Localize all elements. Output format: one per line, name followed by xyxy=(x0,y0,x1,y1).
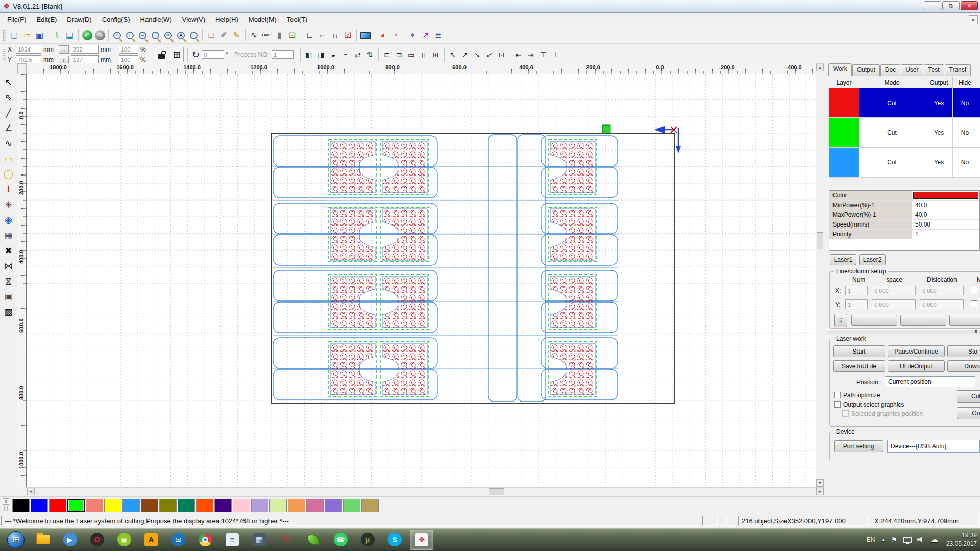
design-canvas[interactable] xyxy=(27,74,816,487)
menu-item-drawd[interactable]: Draw(D) xyxy=(62,14,96,26)
laser2-button[interactable]: Laser2 xyxy=(859,254,886,265)
zoom-window-icon[interactable] xyxy=(187,29,200,42)
menu-item-filef[interactable]: File(F) xyxy=(2,14,32,26)
output-list-tool-icon[interactable]: ≣ xyxy=(432,29,445,42)
equal-size-icon[interactable]: ⊞ xyxy=(430,48,442,61)
laser-pointer-tool-icon[interactable]: ↗ xyxy=(419,29,432,42)
cloud-app-icon[interactable]: ☁ xyxy=(930,534,939,545)
layer-output-cell[interactable]: Yes xyxy=(925,88,953,118)
volume-icon[interactable] xyxy=(917,536,924,543)
taskbar-whatsapp[interactable]: ☎ xyxy=(329,530,352,550)
horizontal-scrollbar[interactable]: ◄ ► xyxy=(27,487,824,496)
scroll-down-icon[interactable]: ▼ xyxy=(816,479,824,487)
curve-tool-icon[interactable]: ∿ xyxy=(248,29,260,42)
tray-chevron-icon[interactable]: ▲ xyxy=(880,537,885,542)
taskbar-leaf-app[interactable] xyxy=(302,530,325,550)
mirror-h-tool-icon[interactable]: ⋈ xyxy=(2,258,16,273)
laser1-button[interactable]: Laser1 xyxy=(830,254,856,265)
align-top-edge-icon[interactable]: ⊤ xyxy=(537,48,549,61)
action-center-flag-icon[interactable]: ⚑ xyxy=(891,536,897,544)
palette-close-icon[interactable]: x xyxy=(3,498,9,505)
param-value[interactable]: 40.0 xyxy=(912,201,979,210)
same-width-icon[interactable]: ⊏ xyxy=(381,48,393,61)
param-value[interactable]: 40.0 xyxy=(912,210,979,219)
scale-y-input[interactable] xyxy=(119,55,138,64)
offset-tool-icon[interactable]: ▣ xyxy=(2,289,16,304)
layer-color-cell[interactable] xyxy=(829,147,859,177)
x-mirror-checkbox[interactable] xyxy=(971,287,977,293)
layer-extra-cell[interactable] xyxy=(977,147,980,177)
x-dislocation-input[interactable] xyxy=(920,286,964,295)
close-button[interactable]: ✕ xyxy=(961,1,978,10)
layer-extra-cell[interactable] xyxy=(977,118,980,147)
layer-hide-cell[interactable]: No xyxy=(953,118,977,147)
align-center-icon[interactable]: ⊡ xyxy=(496,48,508,61)
bridge-tool-icon[interactable]: ∩ xyxy=(329,29,341,42)
layer-mode-cell[interactable]: Cut xyxy=(859,147,925,177)
fill-rect-tool-icon[interactable]: ▮ xyxy=(273,29,286,42)
palette-color-16[interactable] xyxy=(306,499,324,512)
scroll-right-icon[interactable]: ► xyxy=(816,488,824,495)
palette-color-2[interactable] xyxy=(49,499,66,512)
scroll-up-icon[interactable]: ▲ xyxy=(816,64,824,71)
position-dropdown[interactable]: Current position xyxy=(885,376,975,387)
path-tail-tool-icon[interactable]: ⌐ xyxy=(316,29,329,42)
menu-item-modelm[interactable]: Model(M) xyxy=(243,14,282,26)
align-bottom-edge-icon[interactable]: ⊥ xyxy=(549,48,561,61)
menu-item-toolt[interactable]: Tool(T) xyxy=(282,14,312,26)
photo-tool-icon[interactable]: ◉ xyxy=(2,212,16,228)
y-dislocation-input[interactable] xyxy=(920,299,964,309)
polyline-tool-icon[interactable]: ∠ xyxy=(2,120,16,136)
rotate-icon[interactable]: ↻ xyxy=(192,49,200,60)
track-tool-icon[interactable]: ✐ xyxy=(217,29,230,42)
palette-color-0[interactable] xyxy=(12,499,30,512)
star-tool-icon[interactable]: ✳ xyxy=(2,197,16,212)
layer-color-cell[interactable] xyxy=(829,88,859,118)
align-top-left-icon[interactable]: ↖ xyxy=(447,48,459,61)
layer-row[interactable]: CutYesNo xyxy=(829,88,980,118)
bestow-button[interactable]: ⣿ xyxy=(834,314,847,327)
palette-color-18[interactable] xyxy=(343,499,360,512)
tab-doc[interactable]: Doc xyxy=(880,64,900,76)
align-right-edge-icon[interactable]: ⇥ xyxy=(525,48,537,61)
palette-color-9[interactable] xyxy=(178,499,195,512)
zoom-pan-icon[interactable]: + xyxy=(111,29,124,42)
zoom-out-icon[interactable]: − xyxy=(136,29,149,42)
palette-color-15[interactable] xyxy=(288,499,305,512)
spline-tool-icon[interactable]: ∿ xyxy=(2,136,16,151)
palette-color-17[interactable] xyxy=(325,499,342,512)
path-head-tool-icon[interactable]: ∟ xyxy=(303,29,316,42)
import-file-icon[interactable]: ⇩ xyxy=(51,29,63,42)
mirror-vertical-icon[interactable]: ◒ xyxy=(327,48,339,61)
x-position-input[interactable] xyxy=(16,45,41,54)
exchange-vertical-icon[interactable]: ⇅ xyxy=(364,48,376,61)
taskbar-utorrent[interactable]: µ xyxy=(356,530,379,550)
menu-item-viewv[interactable]: View(V) xyxy=(177,14,210,26)
grid-array-tool-icon[interactable]: ▦ xyxy=(2,228,16,243)
same-height-icon[interactable]: ⊐ xyxy=(393,48,405,61)
cut-scale-button[interactable]: Cut sc xyxy=(957,390,980,403)
select-frame-icon[interactable]: □ xyxy=(205,29,217,42)
mirror-v-tool-icon[interactable]: ⋈ xyxy=(2,273,16,289)
palette-color-6[interactable] xyxy=(122,499,140,512)
size-table-button[interactable]: ⊞ xyxy=(170,47,184,62)
language-indicator[interactable]: EN xyxy=(867,536,875,543)
new-file-icon[interactable]: ▢ xyxy=(8,29,20,42)
zoom-page-icon[interactable]: ▫ xyxy=(149,29,162,42)
equal-height-icon[interactable]: ▯ xyxy=(418,48,430,61)
taskbar-antivirus[interactable]: A xyxy=(139,530,163,550)
x-num-input[interactable] xyxy=(845,286,868,295)
scale-x-input[interactable] xyxy=(119,45,138,54)
start-button[interactable]: ⊞ xyxy=(4,530,28,550)
image-import-icon[interactable]: ▤ xyxy=(63,29,76,42)
lc-extra-button[interactable] xyxy=(949,315,980,326)
layer-output-cell[interactable]: Yes xyxy=(925,118,953,147)
equal-width-icon[interactable]: ▭ xyxy=(405,48,418,61)
mirror-vertical-copy-icon[interactable]: ◓ xyxy=(339,48,352,61)
open-file-icon[interactable]: ▱ xyxy=(20,29,33,42)
ellipse-tool-icon[interactable]: ◯ xyxy=(2,166,16,182)
clock[interactable]: 19:39 23.05.2017 xyxy=(946,531,977,548)
lock-ratio-button[interactable] xyxy=(155,47,168,62)
menu-item-helph[interactable]: Help(H) xyxy=(210,14,243,26)
delete-tool-icon[interactable]: ✖ xyxy=(2,243,16,258)
